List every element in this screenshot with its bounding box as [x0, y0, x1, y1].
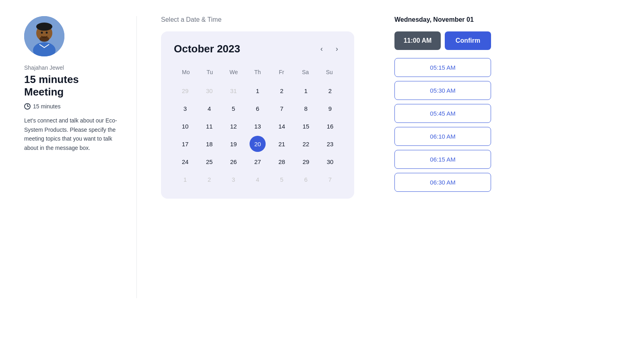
date-cell[interactable]: 19 — [225, 136, 242, 152]
date-cell: 29 — [177, 83, 193, 99]
date-cell: 3 — [225, 171, 242, 187]
date-cell[interactable]: 1 — [298, 83, 314, 99]
date-cell: 5 — [274, 171, 290, 187]
calendar-month-title: October 2023 — [174, 43, 240, 55]
calendar-header: October 2023 ‹ › — [174, 43, 341, 55]
date-cell[interactable]: 30 — [322, 154, 338, 170]
time-selected-row: 11:00 AM Confirm — [394, 31, 491, 50]
date-cell[interactable]: 27 — [250, 154, 266, 170]
duration-row: 15 minutes — [24, 103, 120, 110]
time-slot-button[interactable]: 06:15 AM — [394, 150, 491, 169]
date-cell[interactable]: 4 — [201, 100, 217, 116]
calendar-grid: Mo Tu We Th Fr Sa Su 2930311212345678910… — [174, 66, 341, 187]
date-cell[interactable]: 5 — [225, 100, 242, 116]
day-header-su: Su — [318, 66, 341, 78]
date-cell: 31 — [225, 83, 242, 99]
calendar-days-header: Mo Tu We Th Fr Sa Su — [174, 66, 341, 78]
time-slot-button[interactable]: 05:30 AM — [394, 81, 491, 100]
selected-date-label: Wednesday, November 01 — [394, 16, 491, 23]
time-slots-container: 05:15 AM05:30 AM05:45 AM06:10 AM06:15 AM… — [394, 58, 491, 196]
middle-panel: Select a Date & Time October 2023 ‹ › Mo… — [137, 16, 378, 199]
date-cell: 1 — [177, 171, 193, 187]
date-cell[interactable]: 10 — [177, 118, 193, 134]
left-panel: Shajahan Jewel 15 minutes Meeting 15 min… — [24, 16, 137, 298]
date-cell[interactable]: 3 — [177, 100, 193, 116]
date-cell[interactable]: 12 — [225, 118, 242, 134]
date-cell[interactable]: 23 — [322, 136, 338, 152]
date-cell[interactable]: 16 — [322, 118, 338, 134]
time-slot-button[interactable]: 06:10 AM — [394, 127, 491, 146]
svg-point-6 — [46, 32, 48, 34]
date-cell[interactable]: 2 — [322, 83, 338, 99]
date-cell[interactable]: 6 — [250, 100, 266, 116]
calendar-card: October 2023 ‹ › Mo Tu We Th Fr Sa Su 29… — [161, 31, 354, 199]
date-cell[interactable]: 21 — [274, 136, 290, 152]
day-header-fr: Fr — [270, 66, 293, 78]
section-title: Select a Date & Time — [161, 16, 354, 23]
date-cell[interactable]: 29 — [298, 154, 314, 170]
time-slot-button[interactable]: 06:30 AM — [394, 173, 491, 192]
date-cell[interactable]: 14 — [274, 118, 290, 134]
time-slot-button[interactable]: 05:45 AM — [394, 104, 491, 123]
clock-icon — [24, 103, 31, 110]
date-cell[interactable]: 24 — [177, 154, 193, 170]
host-name: Shajahan Jewel — [24, 64, 120, 71]
calendar-nav: ‹ › — [317, 43, 341, 55]
date-cell[interactable]: 9 — [322, 100, 338, 116]
prev-month-button[interactable]: ‹ — [317, 43, 326, 55]
avatar — [24, 16, 64, 56]
date-cell[interactable]: 18 — [201, 136, 217, 152]
day-header-sa: Sa — [293, 66, 317, 78]
date-cell[interactable]: 11 — [201, 118, 217, 134]
day-header-th: Th — [246, 66, 269, 78]
date-cell: 2 — [201, 171, 217, 187]
time-slot-button[interactable]: 05:15 AM — [394, 58, 491, 77]
meeting-title: 15 minutes Meeting — [24, 73, 120, 98]
confirm-button[interactable]: Confirm — [445, 31, 491, 50]
calendar-dates: 2930311212345678910111213141516171819202… — [174, 83, 341, 187]
date-cell: 7 — [322, 171, 338, 187]
day-header-mo: Mo — [174, 66, 198, 78]
day-header-tu: Tu — [198, 66, 221, 78]
date-cell[interactable]: 17 — [177, 136, 193, 152]
right-panel: Wednesday, November 01 11:00 AM Confirm … — [378, 16, 491, 196]
date-cell[interactable]: 28 — [274, 154, 290, 170]
date-cell[interactable]: 25 — [201, 154, 217, 170]
duration-label: 15 minutes — [33, 103, 60, 110]
date-cell: 30 — [201, 83, 217, 99]
date-cell[interactable]: 26 — [225, 154, 242, 170]
date-cell: 4 — [250, 171, 266, 187]
date-cell[interactable]: 15 — [298, 118, 314, 134]
svg-point-7 — [39, 36, 49, 42]
svg-point-4 — [37, 24, 52, 31]
svg-point-5 — [41, 32, 43, 34]
day-header-we: We — [222, 66, 246, 78]
date-cell[interactable]: 1 — [250, 83, 266, 99]
date-cell[interactable]: 13 — [250, 118, 266, 134]
meeting-description: Let's connect and talk about our Eco-Sys… — [24, 116, 120, 152]
date-cell[interactable]: 20 — [250, 136, 266, 152]
date-cell[interactable]: 2 — [274, 83, 290, 99]
date-cell: 6 — [298, 171, 314, 187]
next-month-button[interactable]: › — [332, 43, 341, 55]
date-cell[interactable]: 22 — [298, 136, 314, 152]
selected-time-badge[interactable]: 11:00 AM — [394, 31, 441, 50]
date-cell[interactable]: 8 — [298, 100, 314, 116]
date-cell[interactable]: 7 — [274, 100, 290, 116]
